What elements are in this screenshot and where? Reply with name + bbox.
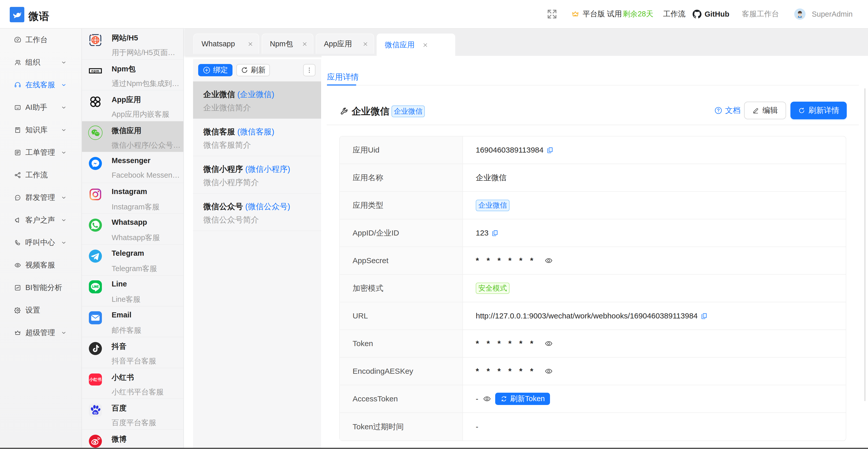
svg-text:npm: npm <box>91 69 99 73</box>
svg-text:小红书: 小红书 <box>89 377 101 382</box>
svg-text:du: du <box>93 411 97 414</box>
